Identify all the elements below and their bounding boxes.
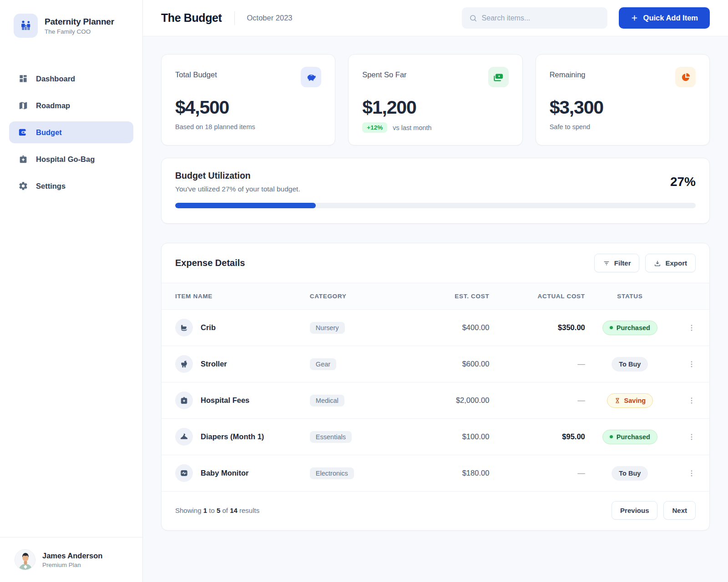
status-badge: To Buy	[612, 466, 648, 481]
status-dot	[610, 435, 613, 438]
plus-icon	[631, 14, 638, 22]
status-badge: Purchased	[602, 321, 657, 335]
expense-details-title: Expense Details	[175, 258, 245, 268]
stat-cards: Total Budget $4,500 Based on 18 planned …	[161, 54, 710, 146]
previous-button[interactable]: Previous	[612, 501, 657, 520]
column-header-actual-cost: Actual Cost	[489, 293, 585, 300]
wallet-icon	[18, 127, 28, 137]
actual-cost-value: —	[489, 469, 585, 477]
sidebar-item-label: Settings	[36, 182, 66, 191]
row-menu-button[interactable]	[675, 433, 696, 441]
status-badge: Purchased	[602, 430, 657, 444]
category-pill: Nursery	[310, 322, 345, 334]
utilization-percent: 27%	[670, 175, 696, 189]
actual-cost-value: —	[489, 396, 585, 405]
kebab-icon	[688, 469, 696, 477]
topbar: The Budget October 2023 Quick Add Item	[143, 0, 728, 36]
quick-add-item-button[interactable]: Quick Add Item	[619, 7, 710, 29]
table-row[interactable]: Crib Nursery $400.00 $350.00 Purchased	[162, 310, 709, 346]
table-row[interactable]: Stroller Gear $600.00 — To Buy	[162, 346, 709, 382]
stat-label: Remaining	[550, 67, 586, 79]
actual-cost-value: —	[489, 360, 585, 368]
est-cost-value: $180.00	[403, 469, 490, 477]
crib-icon	[175, 319, 193, 336]
est-cost-value: $600.00	[403, 360, 490, 368]
pie-chart-icon	[675, 67, 696, 87]
stat-label: Total Budget	[175, 67, 217, 79]
sidebar: Paternity Planner The Family COO Dashboa…	[0, 0, 143, 582]
app-tagline: The Family COO	[45, 28, 114, 35]
next-button[interactable]: Next	[663, 501, 696, 520]
row-menu-button[interactable]	[675, 324, 696, 332]
sidebar-item-label: Hospital Go-Bag	[36, 155, 95, 164]
avatar	[15, 549, 35, 570]
user-name: James Anderson	[42, 552, 102, 560]
status-badge: Saving	[607, 393, 653, 408]
stat-value: $4,500	[175, 97, 321, 118]
content: Total Budget $4,500 Based on 18 planned …	[143, 36, 728, 548]
item-name: Diapers (Month 1)	[201, 432, 264, 441]
table-row[interactable]: Baby Monitor Electronics $180.00 — To Bu…	[162, 455, 709, 492]
sidebar-nav: Dashboard Roadmap Budget Hospital Go-Bag…	[0, 68, 142, 197]
export-button[interactable]: Export	[645, 254, 696, 272]
kebab-icon	[688, 396, 696, 405]
search-icon	[469, 14, 477, 22]
kebab-icon	[688, 433, 696, 441]
map-icon	[18, 100, 28, 110]
column-header-category: Category	[310, 293, 403, 300]
table-header-row: Item Name Category Est. Cost Actual Cost…	[162, 283, 709, 310]
sidebar-item-hospital-go-bag[interactable]: Hospital Go-Bag	[9, 148, 133, 170]
kebab-icon	[688, 360, 696, 368]
sidebar-item-settings[interactable]: Settings	[9, 175, 133, 197]
progress-bar-fill	[175, 203, 316, 208]
app-title: Paternity Planner	[45, 17, 114, 27]
stat-value: $1,200	[362, 97, 508, 118]
item-name: Stroller	[201, 360, 227, 368]
row-menu-button[interactable]	[675, 396, 696, 405]
title-divider	[234, 11, 235, 25]
status-badge: To Buy	[612, 357, 648, 371]
category-pill: Gear	[310, 358, 336, 370]
utilization-subtitle: You've utilized 27% of your total budget…	[175, 185, 300, 193]
table-row[interactable]: Diapers (Month 1) Essentials $100.00 $95…	[162, 419, 709, 455]
search-box[interactable]	[462, 7, 607, 29]
sidebar-item-label: Roadmap	[36, 101, 70, 110]
filter-label: Filter	[614, 259, 631, 267]
user-profile[interactable]: James Anderson Premium Plan	[0, 537, 142, 582]
user-plan: Premium Plan	[42, 562, 102, 568]
stat-label: Spent So Far	[362, 67, 406, 79]
column-header-status: Status	[585, 293, 675, 300]
category-pill: Electronics	[310, 467, 354, 479]
item-name: Crib	[201, 323, 216, 332]
row-menu-button[interactable]	[675, 360, 696, 368]
sidebar-item-roadmap[interactable]: Roadmap	[9, 95, 133, 116]
actual-cost-value: $350.00	[489, 323, 585, 332]
search-input[interactable]	[482, 14, 600, 22]
table-row[interactable]: Hospital Fees Medical $2,000.00 — Saving	[162, 382, 709, 419]
filter-button[interactable]: Filter	[594, 254, 640, 272]
sidebar-item-dashboard[interactable]: Dashboard	[9, 68, 133, 90]
medical-bag-icon	[175, 391, 193, 409]
page-subtitle: October 2023	[247, 14, 293, 22]
status-dot	[610, 326, 613, 329]
medical-bag-icon	[18, 154, 28, 164]
trend-badge: +12%	[362, 122, 387, 133]
family-logo-icon	[14, 14, 38, 38]
piggy-bank-icon	[301, 67, 321, 87]
stat-sub: Based on 18 planned items	[175, 123, 321, 130]
est-cost-value: $400.00	[403, 323, 490, 332]
sidebar-item-label: Dashboard	[36, 75, 75, 83]
table-footer: Showing 1 to 5 of 14 results Previous Ne…	[162, 492, 709, 530]
stat-sub: vs last month	[393, 124, 431, 131]
category-pill: Essentials	[310, 431, 352, 443]
kebab-icon	[688, 324, 696, 332]
stat-card-spent-so-far: Spent So Far $1,200 +12% vs last month	[348, 54, 522, 146]
sidebar-item-budget[interactable]: Budget	[9, 121, 133, 143]
banknotes-icon	[488, 67, 509, 87]
page-title: The Budget	[161, 11, 222, 25]
category-pill: Medical	[310, 395, 344, 406]
column-header-item-name: Item Name	[175, 293, 310, 300]
est-cost-value: $2,000.00	[403, 396, 490, 405]
row-menu-button[interactable]	[675, 469, 696, 477]
item-name: Hospital Fees	[201, 396, 249, 405]
